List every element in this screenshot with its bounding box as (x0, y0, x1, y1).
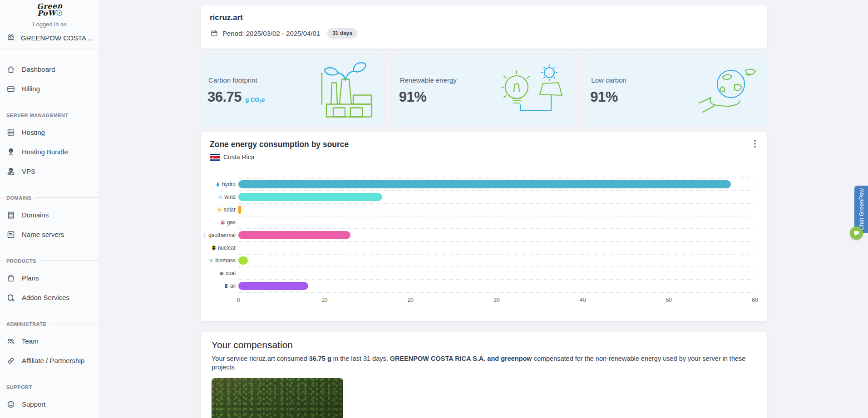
bulb-lamp-illustration (495, 63, 567, 118)
sidebar-item-label: Hosting (22, 128, 45, 136)
sidebar-item-label: Team (22, 337, 39, 345)
sidebar-section-administrate: ADMINISTRATE (0, 316, 99, 331)
sidebar-item-label: Affiliate / Partnership (22, 357, 84, 364)
sidebar-section-server-management: SERVER MANAGEMENT (0, 108, 99, 123)
x-axis-tick: 20 (408, 297, 414, 303)
compensation-text: Your service ricruz.art consumed 36.75 g… (212, 354, 756, 372)
document-icon (6, 230, 15, 239)
chat-tab-label: Chat GreenPow (858, 188, 865, 231)
chart-bar-hydro (238, 180, 731, 188)
kebab-menu-icon[interactable] (749, 138, 761, 150)
chart-bar-oil (238, 282, 308, 290)
sidebar-item-team[interactable]: Team (0, 331, 99, 351)
sidebar-item-label: Addon Services (22, 294, 69, 301)
chart-category-label: nuclear (218, 245, 236, 251)
chart-category-label: hydro (222, 181, 236, 187)
sidebar-item-domains[interactable]: Domains (0, 205, 99, 225)
sidebar-item-label: Hosting Bundle (22, 148, 68, 156)
chat-bubble-icon (853, 230, 860, 236)
period-text: Period: 2025/03/02 - 2025/04/01 (222, 30, 320, 37)
home-icon (6, 65, 15, 74)
compensation-card: Your compensation Your service ricruz.ar… (201, 332, 767, 418)
chart-row-coal: coal (201, 267, 767, 280)
page-title: ricruz.art (210, 13, 758, 22)
renewable-energy-value: 91% (399, 89, 427, 105)
coal-icon (219, 270, 224, 276)
chart-bar-solar (238, 206, 241, 214)
chart-category-label: coal (226, 270, 236, 276)
stat-label: Carbon footprint (208, 76, 257, 84)
renewable-energy-card: Renewable energy 91% (392, 54, 576, 126)
sidebar-item-dashboard[interactable]: Dashboard (0, 59, 99, 79)
chart-bar-wind (238, 193, 382, 201)
users-icon (6, 33, 15, 42)
sidebar-item-hosting-bundle[interactable]: Hosting Bundle (0, 142, 99, 162)
low-carbon-card: Low carbon 91% (583, 54, 767, 126)
x-axis-tick: 50 (666, 297, 672, 303)
geothermal-icon (202, 232, 207, 238)
calendar-icon (210, 29, 219, 38)
sidebar-item-label: Billing (22, 85, 40, 93)
chart-category-label: gas (227, 219, 236, 226)
zone-energy-card: Zone energy consumption by source Costa … (201, 132, 767, 321)
sidebar-item-vps[interactable]: VPS (0, 162, 99, 181)
carbon-footprint-value: 36.75 g CO2e (207, 89, 265, 105)
stats-row: Carbon footprint 36.75 g CO2e (201, 54, 767, 126)
sidebar-item-label: Domains (22, 211, 49, 219)
forest-aerial-photo[interactable] (212, 378, 343, 418)
logo-text-line2: PoW (37, 9, 56, 18)
chart-title: Zone energy consumption by source (210, 140, 758, 149)
sidebar-item-partial[interactable] (0, 414, 99, 418)
sidebar-item-addon-services[interactable]: Addon Services (0, 288, 99, 307)
wind-icon (217, 194, 223, 200)
chart-category-label: solar (224, 207, 236, 213)
energy-bar-chart: hydro wind solar gas geothermal nuclear … (201, 178, 767, 308)
x-axis-tick: 30 (493, 297, 499, 303)
sidebar-item-plans[interactable]: Plans (0, 268, 99, 288)
sidebar-item-affiliate-partnership[interactable]: Affiliate / Partnership (0, 351, 99, 370)
account-selector[interactable]: GREENPOW COSTA ... (0, 28, 99, 42)
service-header-card: ricruz.art Period: 2025/03/02 - 2025/04/… (201, 5, 767, 49)
sidebar-item-label: VPS (22, 167, 35, 175)
earth-hand-illustration (691, 64, 759, 117)
chart-row-nuclear: nuclear (201, 241, 767, 254)
carbon-footprint-card: Carbon footprint 36.75 g CO2e (201, 54, 385, 126)
leaf-globe-icon (57, 10, 63, 16)
chart-category-label: oil (230, 283, 236, 289)
chart-row-wind: wind (201, 191, 767, 203)
days-badge: 31 days (327, 28, 357, 39)
oil-icon (223, 283, 229, 289)
sidebar-section-domains: DOMAINS (0, 190, 99, 205)
sidebar-nav: DashboardBillingSERVER MANAGEMENTHosting… (0, 49, 99, 418)
chart-x-axis: 0102030405060 (238, 297, 755, 308)
support-face-icon (6, 400, 15, 409)
sidebar: Green PoW Logged in as GREENPOW COSTA ..… (0, 0, 100, 418)
stat-label: Low carbon (591, 76, 626, 84)
stat-label: Renewable energy (400, 76, 457, 84)
sidebar-item-support[interactable]: Support (0, 394, 99, 414)
link-icon (6, 356, 15, 365)
chat-launcher-button[interactable] (850, 226, 863, 240)
compensation-title: Your compensation (212, 339, 756, 350)
sidebar-item-label: Dashboard (22, 65, 55, 73)
sidebar-item-hosting[interactable]: Hosting (0, 123, 99, 142)
sidebar-item-label: Name servers (22, 231, 64, 238)
sidebar-section-support: SUPPORT (0, 379, 99, 394)
chart-bar-biomass (238, 256, 248, 265)
biomass-icon (208, 258, 214, 263)
chat-tab[interactable]: Chat GreenPow (854, 186, 868, 233)
sidebar-item-name-servers[interactable]: Name servers (0, 225, 99, 244)
chart-row-hydro: hydro (201, 178, 767, 191)
x-axis-tick: 40 (580, 297, 586, 303)
gas-icon (220, 220, 226, 225)
chart-category-label: biomass (215, 257, 236, 264)
sidebar-item-billing[interactable]: Billing (0, 79, 99, 98)
sidebar-item-label: Plans (22, 274, 39, 282)
chart-row-geothermal: geothermal (201, 229, 767, 241)
greenpow-logo[interactable]: Green PoW (0, 0, 100, 18)
puzzle-icon (6, 293, 15, 302)
chart-row-biomass: biomass (201, 254, 767, 267)
costa-rica-flag (210, 154, 220, 161)
x-axis-tick: 60 (752, 297, 758, 303)
chart-row-gas: gas (201, 216, 767, 229)
